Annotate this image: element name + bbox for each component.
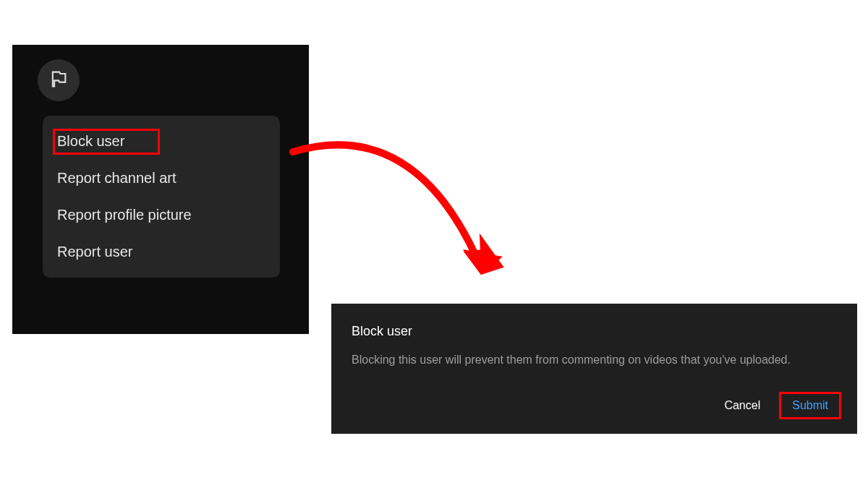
flag-button[interactable] <box>38 59 80 101</box>
cancel-button-label: Cancel <box>724 399 760 411</box>
dialog-title: Block user <box>352 324 837 339</box>
menu-item-report-user[interactable]: Report user <box>43 234 280 270</box>
flag-icon <box>48 69 69 92</box>
menu-item-report-profile-picture[interactable]: Report profile picture <box>43 197 280 234</box>
dropdown-menu: Block user Report channel art Report pro… <box>43 116 280 278</box>
flag-menu-panel: Block user Report channel art Report pro… <box>12 45 309 334</box>
menu-item-report-channel-art[interactable]: Report channel art <box>43 160 280 197</box>
menu-item-label: Report channel art <box>57 170 176 186</box>
dialog-message: Blocking this user will prevent them fro… <box>352 352 837 368</box>
block-user-dialog: Block user Blocking this user will preve… <box>331 304 857 434</box>
menu-item-label: Block user <box>57 133 124 149</box>
annotation-arrow <box>286 130 517 318</box>
submit-button[interactable]: Submit <box>783 393 837 418</box>
dialog-actions: Cancel Submit <box>352 393 837 418</box>
submit-button-label: Submit <box>792 399 828 411</box>
cancel-button[interactable]: Cancel <box>715 393 769 418</box>
menu-item-label: Report user <box>57 244 133 260</box>
menu-item-block-user[interactable]: Block user <box>43 123 280 160</box>
menu-item-label: Report profile picture <box>57 207 192 223</box>
